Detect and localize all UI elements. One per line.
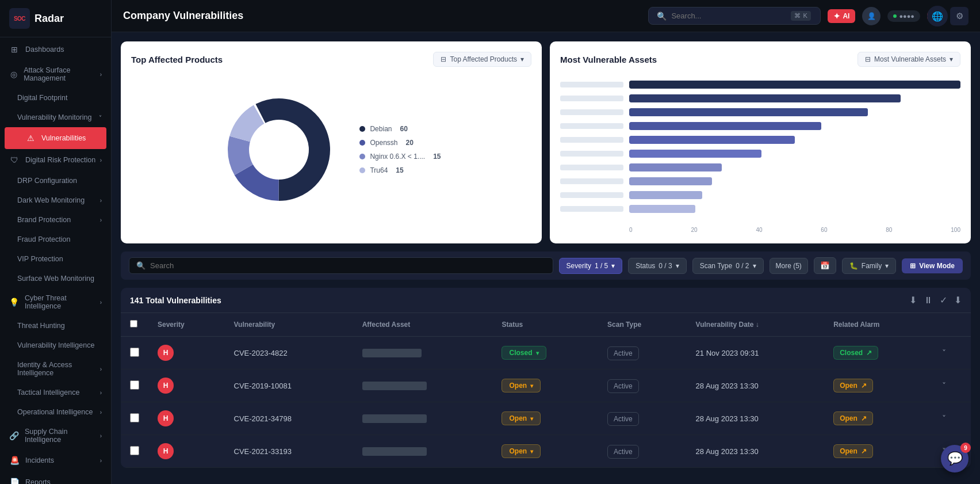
status-badge[interactable]: Open ▾ bbox=[502, 411, 541, 425]
legend-item-nginx: Nginx 0.6.X < 1.... 15 bbox=[359, 153, 441, 161]
incidents-icon: 🚨 bbox=[9, 455, 20, 466]
check-icon[interactable]: ✓ bbox=[940, 295, 947, 306]
sidebar-item-vulnerability-monitoring[interactable]: Vulnerability Monitoring ˅ bbox=[0, 108, 111, 127]
scan-type-cell: Active bbox=[598, 337, 687, 369]
legend-dot-tru64 bbox=[359, 167, 365, 173]
bar-filter-label: Most Vulnerable Assets bbox=[874, 55, 946, 63]
severity-label: Severity bbox=[566, 262, 591, 270]
vulnerability-monitoring-label: Vulnerability Monitoring bbox=[17, 113, 91, 121]
logo-icon: SOC bbox=[9, 8, 30, 29]
sidebar-item-supply-chain[interactable]: 🔗 Supply Chain Intelligence › bbox=[0, 422, 111, 449]
bar-track bbox=[629, 205, 960, 213]
status-cell: Closed ▾ bbox=[492, 337, 598, 369]
scan-type-filter-button[interactable]: Scan Type 0 / 2 ▾ bbox=[692, 258, 764, 274]
ai-badge[interactable]: ✦ AI bbox=[828, 9, 855, 23]
sidebar-item-brand-protection[interactable]: Brand Protection › bbox=[0, 210, 111, 230]
bar-label bbox=[560, 123, 623, 129]
sidebar-item-incidents[interactable]: 🚨 Incidents › bbox=[0, 449, 111, 471]
status-filter-button[interactable]: Status 0 / 3 ▾ bbox=[628, 258, 686, 274]
sidebar-item-dark-web-monitoring[interactable]: Dark Web Monitoring › bbox=[0, 190, 111, 210]
table-header: 141 Total Vulnerabilities ⬇ ⏸ ✓ ⬇ bbox=[121, 288, 971, 313]
bar-label bbox=[560, 178, 623, 184]
sidebar-item-cyber-threat-intelligence[interactable]: 💡 Cyber Threat Intelligence › bbox=[0, 288, 111, 316]
alarm-badge[interactable]: Open ↗ bbox=[833, 444, 873, 458]
sidebar-item-surface-web-monitoring[interactable]: Surface Web Monitoring bbox=[0, 269, 111, 288]
table-row: H CVE-2021-34798 ██.███.███.███ Open ▾ A… bbox=[121, 402, 971, 435]
status-badge[interactable]: Open ▾ bbox=[502, 379, 541, 392]
severity-filter-button[interactable]: Severity 1 / 5 ▾ bbox=[559, 258, 623, 274]
view-mode-button[interactable]: ⊞ View Mode bbox=[902, 258, 963, 273]
scan-type-badge: Active bbox=[607, 379, 639, 393]
bar-fill bbox=[629, 108, 868, 116]
donut-filter-button[interactable]: ⊟ Top Affected Products ▾ bbox=[433, 52, 531, 67]
page-title: Company Vulnerabilities bbox=[123, 10, 243, 22]
legend-count-nginx: 15 bbox=[433, 153, 441, 161]
search-input[interactable] bbox=[671, 12, 786, 20]
sidebar-item-attack-surface[interactable]: ◎ Attack Surface Management › bbox=[0, 60, 111, 88]
status-badge[interactable]: Closed ▾ bbox=[502, 346, 546, 360]
row-checkbox[interactable] bbox=[130, 348, 139, 357]
bar-row-2 bbox=[560, 108, 960, 116]
globe-button[interactable]: 🌐 bbox=[927, 6, 948, 26]
filter-icon: ⊟ bbox=[865, 55, 871, 63]
grid-icon: ⊞ bbox=[910, 262, 916, 270]
sidebar-item-vulnerabilities[interactable]: ⚠ Vulnerabilities bbox=[5, 127, 106, 149]
sidebar-item-vip-protection[interactable]: VIP Protection bbox=[0, 249, 111, 269]
expand-icon[interactable]: ˅ bbox=[942, 348, 946, 357]
sidebar-item-tactical-intelligence[interactable]: Tactical Intelligence › bbox=[0, 383, 111, 402]
row-checkbox[interactable] bbox=[130, 413, 139, 422]
select-all-checkbox[interactable] bbox=[130, 320, 137, 327]
row-checkbox[interactable] bbox=[130, 380, 139, 390]
expand-column-header bbox=[933, 313, 971, 337]
sidebar-item-reports[interactable]: 📄 Reports bbox=[0, 471, 111, 484]
bar-track bbox=[629, 150, 960, 158]
sidebar-item-identity-access[interactable]: Identity & Access Intelligence › bbox=[0, 355, 111, 383]
sidebar-item-vulnerability-intelligence[interactable]: Vulnerability Intelligence bbox=[0, 336, 111, 355]
sidebar-item-operational-intelligence[interactable]: Operational Intelligence › bbox=[0, 402, 111, 422]
sidebar-item-dashboards[interactable]: ⊞ Dashboards bbox=[0, 39, 111, 60]
more-filters-button[interactable]: More (5) bbox=[770, 258, 808, 274]
chat-fab[interactable]: 💬 9 bbox=[941, 445, 968, 472]
status-badge[interactable]: Open ▾ bbox=[502, 444, 541, 458]
drp-config-label: DRP Configuration bbox=[17, 177, 77, 185]
bar-label bbox=[560, 137, 623, 143]
bar-row-7 bbox=[560, 177, 960, 185]
scan-type-cell: Active bbox=[598, 402, 687, 435]
cve-cell: CVE-2023-4822 bbox=[225, 337, 353, 369]
calendar-button[interactable]: 📅 bbox=[814, 257, 836, 274]
export-icon[interactable]: ⬇ bbox=[909, 295, 917, 306]
chevron-right-icon: › bbox=[100, 433, 102, 439]
alarm-badge[interactable]: Open ↗ bbox=[833, 411, 873, 425]
bar-filter-button[interactable]: ⊟ Most Vulnerable Assets ▾ bbox=[858, 52, 960, 67]
search-bar[interactable]: 🔍 ⌘ K bbox=[648, 7, 821, 25]
settings-button[interactable]: ⚙ bbox=[950, 7, 968, 25]
sidebar-item-threat-hunting[interactable]: Threat Hunting bbox=[0, 316, 111, 336]
chevron-right-icon: › bbox=[100, 197, 102, 204]
dark-web-label: Dark Web Monitoring bbox=[17, 196, 85, 204]
bar-fill bbox=[629, 191, 702, 199]
asset-value: ██.██.███.███ bbox=[362, 349, 422, 357]
expand-icon[interactable]: ˅ bbox=[942, 381, 946, 390]
bar-fill bbox=[629, 81, 960, 89]
row-checkbox[interactable] bbox=[130, 446, 139, 455]
expand-icon[interactable]: ˅ bbox=[942, 414, 946, 423]
download-icon[interactable]: ⬇ bbox=[954, 295, 962, 306]
pause-icon[interactable]: ⏸ bbox=[924, 295, 933, 306]
severity-badge: H bbox=[158, 410, 174, 426]
legend-count-debian: 60 bbox=[400, 125, 407, 133]
bar-label bbox=[560, 96, 623, 101]
alarm-badge[interactable]: Closed ↗ bbox=[833, 346, 878, 360]
sidebar-item-drp-configuration[interactable]: DRP Configuration bbox=[0, 171, 111, 190]
vuln-date-cell: 28 Aug 2023 13:30 bbox=[687, 435, 825, 468]
bar-label bbox=[560, 192, 623, 198]
sidebar-item-fraud-protection[interactable]: Fraud Protection bbox=[0, 230, 111, 249]
table-search-input[interactable] bbox=[150, 261, 546, 270]
sidebar-item-digital-risk-protection[interactable]: 🛡 Digital Risk Protection › bbox=[0, 149, 111, 171]
legend-label-debian: Debian bbox=[370, 125, 392, 133]
family-filter-button[interactable]: 🐛 Family ▾ bbox=[842, 258, 896, 274]
cti-label: Cyber Threat Intelligence bbox=[25, 294, 100, 310]
sidebar-item-digital-footprint[interactable]: Digital Footprint bbox=[0, 88, 111, 108]
alarm-badge[interactable]: Open ↗ bbox=[833, 379, 873, 392]
cve-id: CVE-2023-4822 bbox=[234, 349, 288, 357]
sidebar: SOC Radar ⊞ Dashboards ◎ Attack Surface … bbox=[0, 0, 112, 484]
